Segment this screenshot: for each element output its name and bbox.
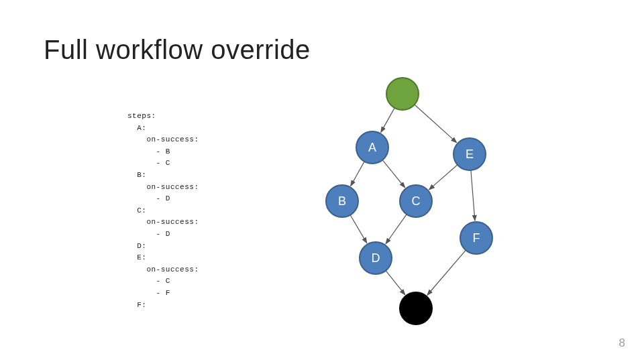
edge-E-F xyxy=(471,170,475,221)
svg-point-7 xyxy=(400,292,432,324)
node-label: A xyxy=(368,141,376,154)
edge-A-B xyxy=(351,162,364,186)
edge-start-A xyxy=(381,108,394,132)
node-label: B xyxy=(338,194,346,208)
node-A: A xyxy=(356,131,388,164)
edge-E-C xyxy=(429,165,458,190)
node-E: E xyxy=(453,138,486,170)
node-label: F xyxy=(473,231,480,245)
node-label: C xyxy=(412,194,421,208)
edge-B-D xyxy=(350,215,367,243)
slide: Full workflow override steps: A: on-succ… xyxy=(0,0,644,362)
edge-C-D xyxy=(386,215,407,244)
node-label: E xyxy=(466,147,474,161)
node-B: B xyxy=(326,185,358,217)
edge-F-end xyxy=(427,250,466,295)
edge-start-E xyxy=(415,105,457,143)
node-end xyxy=(400,292,432,324)
node-C: C xyxy=(400,185,432,217)
page-number: 8 xyxy=(619,337,625,350)
svg-point-0 xyxy=(386,78,419,110)
edge-A-C xyxy=(382,160,405,188)
node-label: D xyxy=(372,251,380,265)
node-D: D xyxy=(360,242,392,274)
node-start xyxy=(386,78,419,110)
workflow-diagram: AEBCFD xyxy=(0,0,644,362)
edge-D-end xyxy=(386,271,405,295)
node-F: F xyxy=(460,222,492,254)
